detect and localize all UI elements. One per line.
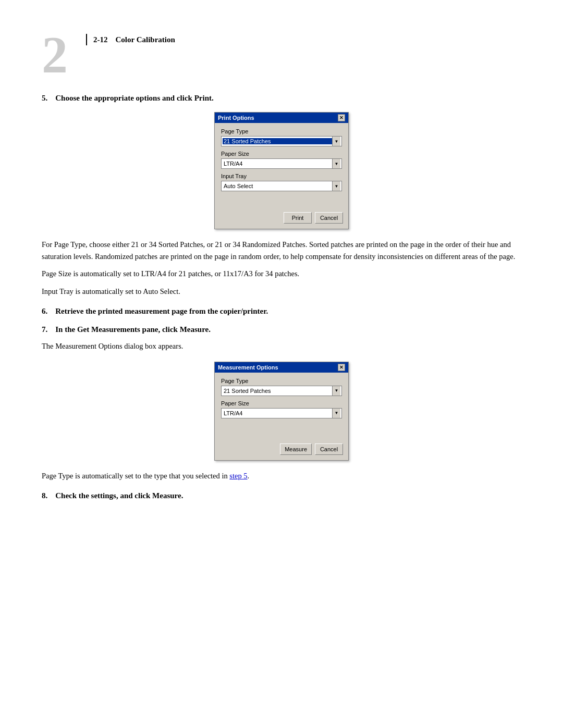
meas-page-type-label: Page Type [221,378,342,384]
page-title: 2-12 Color Calibration [93,35,175,44]
step-6: 6. Retrieve the printed measurement page… [42,307,521,316]
step-7-after-dialog: Page Type is automatically set to the ty… [42,470,521,482]
step-7-dialog-intro: The Measurement Options dialog box appea… [42,340,521,352]
paper-size-dropdown-arrow[interactable]: ▼ [332,159,340,168]
step-6-heading: 6. Retrieve the printed measurement page… [42,307,521,316]
paper-size-select[interactable]: LTR/A4 ▼ [221,158,342,169]
print-options-title-bar: Print Options ✕ [215,113,348,123]
page-type-dropdown-arrow[interactable]: ▼ [332,137,340,146]
chapter-title: Color Calibration [116,35,175,44]
print-button[interactable]: Print [284,212,312,224]
measurement-options-dialog: Measurement Options ✕ Page Type 21 Sorte… [214,362,349,461]
meas-page-type-value: 21 Sorted Patches [223,388,332,394]
page-header: 2 2-12 Color Calibration [42,31,521,78]
print-options-title: Print Options [218,115,254,121]
measurement-options-title: Measurement Options [218,364,278,371]
measurement-options-body: Page Type 21 Sorted Patches ▼ Paper Size… [215,373,348,440]
step-8: 8. Check the settings, and click Measure… [42,491,521,500]
page-type-label: Page Type [221,128,342,134]
meas-paper-size-label: Paper Size [221,400,342,406]
input-tray-label: Input Tray [221,173,342,179]
print-options-footer: Print Cancel [215,209,348,229]
main-content: 5. Choose the appropriate options and cl… [42,94,521,500]
step-7-text-after-link: . [248,472,250,480]
step-5-para-2: Page Size is automatically set to LTR/A4… [42,268,521,280]
chapter-number-large: 2 [42,31,86,78]
meas-paper-size-arrow[interactable]: ▼ [332,409,340,418]
page: 2 2-12 Color Calibration 5. Choose the a… [0,0,563,728]
step-5: 5. Choose the appropriate options and cl… [42,94,521,298]
page-type-value: 21 Sorted Patches [223,138,332,144]
cancel-button-print[interactable]: Cancel [315,212,343,224]
step-5-heading: 5. Choose the appropriate options and cl… [42,94,521,103]
page-type-select[interactable]: 21 Sorted Patches ▼ [221,136,342,146]
meas-paper-size-select[interactable]: LTR/A4 ▼ [221,408,342,418]
cancel-button-measure[interactable]: Cancel [315,443,343,455]
print-options-close-button[interactable]: ✕ [338,114,345,121]
measurement-options-footer: Measure Cancel [215,440,348,460]
meas-page-type-arrow[interactable]: ▼ [332,386,340,396]
input-tray-dropdown-arrow[interactable]: ▼ [332,181,340,191]
meas-paper-size-value: LTR/A4 [223,410,332,416]
step-7-text-before-link: Page Type is automatically set to the ty… [42,472,228,480]
paper-size-value: LTR/A4 [223,161,332,167]
input-tray-select[interactable]: Auto Select ▼ [221,181,342,191]
step-5-link[interactable]: step 5 [229,472,247,480]
print-options-dialog-container: Print Options ✕ Page Type 21 Sorted Patc… [42,112,521,229]
step-7: 7. In the Get Measurements pane, click M… [42,325,521,482]
print-options-dialog: Print Options ✕ Page Type 21 Sorted Patc… [214,112,349,229]
input-tray-value: Auto Select [223,183,332,189]
paper-size-label: Paper Size [221,151,342,157]
measurement-options-close-button[interactable]: ✕ [338,364,345,371]
meas-page-type-select[interactable]: 21 Sorted Patches ▼ [221,386,342,396]
measure-button[interactable]: Measure [280,443,312,455]
step-8-heading: 8. Check the settings, and click Measure… [42,491,521,500]
measurement-options-title-bar: Measurement Options ✕ [215,362,348,373]
header-divider [86,34,87,45]
step-5-para-1: For Page Type, choose either 21 or 34 So… [42,239,521,263]
chapter-title-section: 2-12 Color Calibration [86,31,175,45]
step-5-para-3: Input Tray is automatically set to Auto … [42,286,521,298]
print-options-body: Page Type 21 Sorted Patches ▼ Paper Size… [215,123,348,209]
chapter-num: 2-12 [93,35,108,44]
step-7-heading: 7. In the Get Measurements pane, click M… [42,325,521,334]
measurement-options-dialog-container: Measurement Options ✕ Page Type 21 Sorte… [42,362,521,461]
